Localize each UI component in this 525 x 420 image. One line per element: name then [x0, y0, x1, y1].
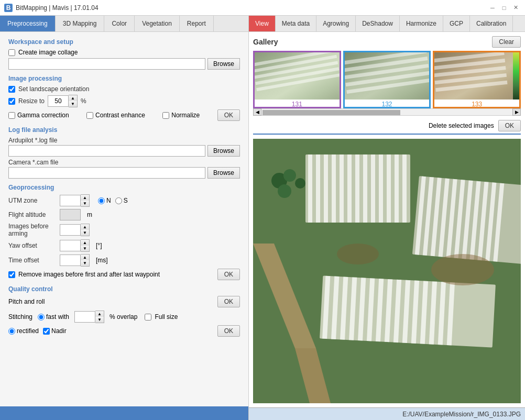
geoprocessing-ok-button[interactable]: OK — [217, 269, 240, 280]
images-before-btns: ▲ ▼ — [81, 224, 90, 236]
quality-ok-button[interactable]: OK — [217, 325, 240, 337]
time-up[interactable]: ▲ — [81, 255, 89, 260]
s-label: S — [124, 197, 128, 204]
resize-down-btn[interactable]: ▼ — [69, 101, 77, 107]
rectified-nadir-row: rectified Nadir OK — [8, 325, 240, 337]
contrast-checkbox[interactable] — [86, 112, 93, 119]
image-processing-ok-button[interactable]: OK — [217, 109, 240, 121]
landscape-checkbox[interactable] — [8, 86, 15, 93]
resize-input[interactable]: 50 — [48, 95, 69, 107]
utm-input[interactable]: 33 — [60, 195, 81, 206]
main-image — [253, 139, 521, 403]
altitude-input[interactable] — [60, 209, 81, 220]
tab-vegetation[interactable]: Vegetation — [135, 16, 180, 31]
utm-spinner: 33 ▲ ▼ — [60, 194, 90, 207]
normalize-checkbox[interactable] — [162, 112, 169, 119]
ardupilot-path-input[interactable]: E:/UAV/ExampleMission/2015-09-24 17-01-4… — [8, 145, 205, 157]
scrollbar-track[interactable] — [261, 108, 512, 116]
aerial-image-svg — [253, 139, 521, 403]
remove-images-label: Remove images before first and after las… — [18, 271, 160, 278]
yaw-input[interactable]: 0,5 — [60, 240, 81, 251]
tab-view[interactable]: View — [249, 16, 276, 31]
tab-deshadow[interactable]: DeShadow — [356, 16, 400, 31]
tab-gcp[interactable]: GCP — [443, 16, 470, 31]
gallery-item-133[interactable]: 133 — [433, 51, 521, 108]
fast-radio[interactable] — [38, 314, 45, 320]
gallery-num-131: 131 — [255, 101, 340, 108]
svg-rect-22 — [316, 154, 320, 223]
gallery-strip: 131 132 — [253, 51, 521, 108]
clear-button[interactable]: Clear — [492, 36, 521, 48]
utm-down-btn[interactable]: ▼ — [81, 201, 89, 206]
maximize-button[interactable]: □ — [499, 3, 509, 13]
overlap-down[interactable]: ▼ — [95, 317, 104, 323]
time-input[interactable]: 0 — [60, 255, 81, 266]
create-collage-checkbox[interactable] — [8, 49, 15, 56]
tab-report[interactable]: Report — [180, 16, 214, 31]
workspace-path-row: E:/UAV/ExampleMission Browse — [8, 58, 240, 70]
gallery-item-132[interactable]: 132 — [343, 51, 431, 108]
create-collage-label: Create image collage — [18, 49, 78, 56]
rectified-radio[interactable] — [8, 328, 15, 335]
yaw-down[interactable]: ▼ — [81, 246, 89, 251]
altitude-label: Flight altitude — [8, 211, 56, 218]
gallery-item-131[interactable]: 131 — [253, 51, 341, 108]
close-button[interactable]: ✕ — [510, 3, 521, 13]
overlap-label: % overlap — [110, 313, 137, 320]
yaw-up[interactable]: ▲ — [81, 240, 89, 246]
scroll-right-btn[interactable]: ▶ — [512, 108, 521, 116]
camera-browse-button[interactable]: Browse — [207, 167, 240, 179]
ardupilot-browse-button[interactable]: Browse — [207, 145, 240, 157]
tab-harmonize[interactable]: Harmonize — [400, 16, 443, 31]
right-panel: View Meta data Agrowing DeShadow Harmoni… — [249, 16, 525, 420]
workspace-browse-button[interactable]: Browse — [207, 58, 240, 70]
nadir-checkbox[interactable] — [43, 328, 50, 335]
tab-meta-data[interactable]: Meta data — [276, 16, 316, 31]
right-content: Gallery Clear — [249, 32, 525, 407]
scroll-left-btn[interactable]: ◀ — [253, 108, 261, 116]
images-before-input[interactable]: 0 — [60, 224, 81, 236]
gallery-scrollbar[interactable]: ◀ ▶ — [253, 108, 521, 116]
tab-color[interactable]: Color — [104, 16, 135, 31]
svg-rect-21 — [308, 154, 312, 223]
stitching-row: Stitching fast with 60 ▲ ▼ % overlap Ful… — [8, 311, 240, 323]
tab-calibration[interactable]: Calibration — [470, 16, 513, 31]
images-before-up[interactable]: ▲ — [81, 224, 89, 230]
svg-rect-24 — [332, 154, 336, 223]
stitching-label: Stitching — [8, 313, 32, 320]
scrollbar-thumb[interactable] — [262, 110, 400, 115]
tab-3d-mapping[interactable]: 3D Mapping — [56, 16, 105, 31]
delete-ok-button[interactable]: OK — [498, 120, 521, 131]
svg-rect-10 — [345, 71, 429, 86]
pitch-ok-button[interactable]: OK — [217, 296, 240, 307]
svg-rect-28 — [363, 154, 367, 223]
s-radio[interactable] — [115, 197, 122, 204]
contrast-label: Contrast enhance — [95, 112, 145, 119]
camera-path-input[interactable]: E:/UAV/ExampleMission/100_2309_KAPTURE.c… — [8, 167, 205, 179]
tab-agrowing[interactable]: Agrowing — [316, 16, 356, 31]
overlap-up[interactable]: ▲ — [95, 311, 104, 317]
utm-up-btn[interactable]: ▲ — [81, 195, 89, 201]
resize-up-btn[interactable]: ▲ — [69, 95, 77, 101]
gallery-num-133: 133 — [434, 101, 519, 108]
full-size-checkbox[interactable] — [145, 314, 151, 320]
svg-rect-27 — [355, 154, 359, 223]
minimize-button[interactable]: ─ — [487, 3, 498, 13]
workspace-path-input[interactable]: E:/UAV/ExampleMission — [8, 58, 205, 70]
resize-checkbox[interactable] — [8, 98, 15, 105]
remove-images-checkbox[interactable] — [8, 271, 15, 278]
ardupilot-label: Ardupilot *.log file — [8, 137, 240, 144]
n-radio[interactable] — [98, 197, 105, 204]
tab-preprocessing[interactable]: Preprocessing — [0, 16, 56, 31]
images-before-down[interactable]: ▼ — [81, 230, 89, 236]
overlap-input[interactable]: 60 — [74, 311, 95, 323]
resize-spinner-btns: ▲ ▼ — [69, 95, 78, 107]
time-label: Time offset — [8, 257, 56, 264]
rectified-label: rectified — [17, 327, 39, 335]
s-radio-label: S — [115, 197, 128, 204]
time-down[interactable]: ▼ — [81, 260, 89, 266]
time-spinner-btns: ▲ ▼ — [81, 254, 90, 267]
n-radio-label: N — [98, 197, 111, 204]
gamma-checkbox[interactable] — [8, 112, 15, 119]
status-bar: E:/UAV/ExampleMission/r_IMG_0133.JPG — [249, 407, 525, 420]
